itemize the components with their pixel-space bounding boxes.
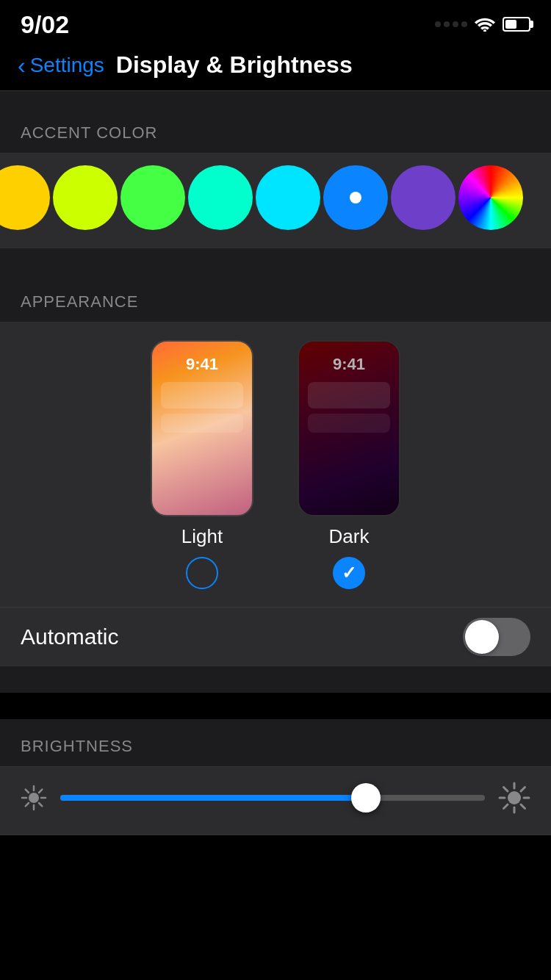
- brightness-min-icon: [21, 785, 47, 811]
- accent-colors-row: [0, 154, 551, 248]
- accent-color-section: ACCENT COLOR: [0, 91, 551, 248]
- dark-label: Dark: [329, 525, 370, 548]
- back-button[interactable]: ‹ Settings: [18, 54, 104, 77]
- appearance-header: APPEARANCE: [0, 275, 551, 322]
- svg-line-18: [504, 804, 508, 809]
- appearance-option-light[interactable]: 9:41 Light: [151, 340, 253, 589]
- accent-color-green[interactable]: [120, 165, 185, 230]
- accent-color-yellow[interactable]: [0, 165, 50, 230]
- section-gap-1: [0, 248, 551, 275]
- svg-line-17: [521, 788, 525, 792]
- svg-line-15: [504, 788, 508, 792]
- back-chevron-icon: ‹: [18, 54, 26, 77]
- status-icons: [435, 17, 530, 32]
- light-notif-2: [161, 414, 243, 433]
- accent-color-cyan[interactable]: [256, 165, 320, 230]
- dark-preview-time: 9:41: [299, 355, 399, 374]
- wifi-icon: [475, 17, 495, 32]
- svg-point-1: [29, 793, 39, 803]
- light-preview-time: 9:41: [152, 355, 252, 374]
- automatic-toggle[interactable]: [463, 618, 530, 656]
- light-radio[interactable]: [186, 557, 218, 589]
- toggle-thumb: [465, 620, 499, 654]
- appearance-section: APPEARANCE 9:41 Light 9:41 Dark ✓: [0, 275, 551, 666]
- brightness-fill: [60, 795, 366, 801]
- svg-line-9: [26, 803, 29, 806]
- light-label: Light: [181, 525, 223, 548]
- brightness-header: BRIGHTNESS: [0, 719, 551, 766]
- svg-point-10: [508, 791, 521, 804]
- svg-line-6: [26, 790, 29, 793]
- accent-color-purple[interactable]: [391, 165, 455, 230]
- accent-color-header: ACCENT COLOR: [0, 106, 551, 153]
- svg-point-0: [483, 29, 486, 32]
- brightness-thumb[interactable]: [351, 783, 381, 813]
- back-label: Settings: [30, 54, 104, 77]
- accent-color-teal[interactable]: [188, 165, 253, 230]
- status-bar: 9/02: [0, 0, 551, 44]
- accent-color-blue[interactable]: [323, 165, 388, 230]
- dark-preview: 9:41: [298, 340, 400, 516]
- brightness-section: BRIGHTNESS: [0, 719, 551, 835]
- svg-line-8: [39, 790, 42, 793]
- section-gap-2: [0, 666, 551, 693]
- signal-icon: [435, 21, 467, 27]
- automatic-label: Automatic: [21, 624, 118, 649]
- dark-notif-1: [308, 382, 390, 408]
- checkmark-icon: ✓: [342, 563, 356, 583]
- dark-radio[interactable]: ✓: [333, 557, 365, 589]
- appearance-option-dark[interactable]: 9:41 Dark ✓: [298, 340, 400, 589]
- page-title: Display & Brightness: [116, 51, 353, 79]
- automatic-row: Automatic: [0, 607, 551, 666]
- brightness-row: [0, 767, 551, 835]
- bottom-padding: [0, 835, 551, 879]
- svg-line-7: [39, 803, 42, 806]
- appearance-options: 9:41 Light 9:41 Dark ✓: [0, 323, 551, 607]
- nav-bar: ‹ Settings Display & Brightness: [0, 44, 551, 90]
- brightness-max-icon: [498, 782, 530, 814]
- brightness-slider[interactable]: [60, 795, 485, 801]
- dark-notif-2: [308, 414, 390, 433]
- svg-line-16: [521, 804, 525, 809]
- accent-color-lime[interactable]: [53, 165, 118, 230]
- status-time: 9/02: [21, 10, 69, 39]
- light-preview: 9:41: [151, 340, 253, 516]
- light-notif-1: [161, 382, 243, 408]
- accent-color-rainbow[interactable]: [458, 165, 523, 230]
- battery-icon: [503, 17, 530, 32]
